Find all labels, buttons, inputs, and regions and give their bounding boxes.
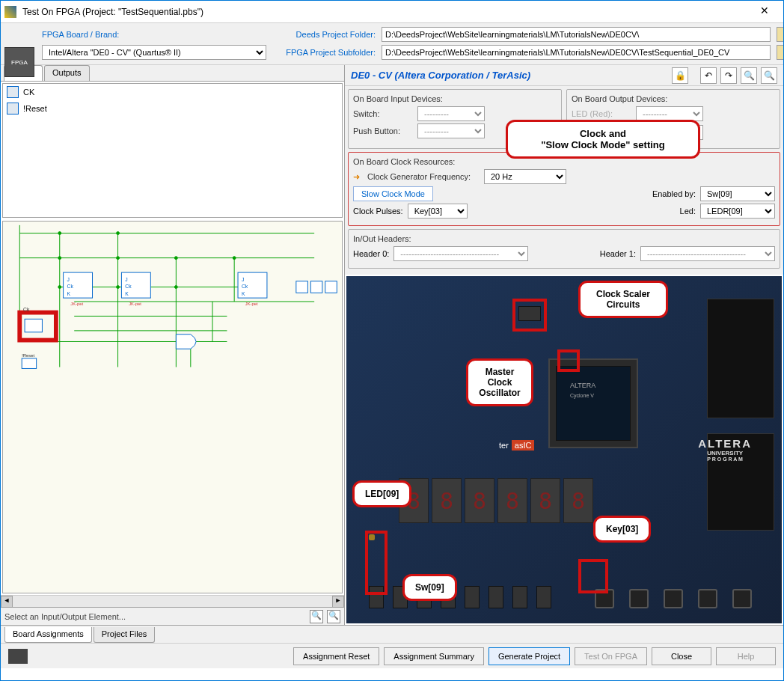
clock-pulses-label: Clock Pulses:	[353, 207, 403, 216]
enabled-by-label: Enabled by:	[652, 189, 696, 198]
header0-label: Header 0:	[353, 249, 389, 258]
terasic-logo: terasIC	[496, 441, 534, 450]
signal-ck[interactable]: CK	[3, 84, 342, 100]
svg-point-8	[174, 286, 177, 289]
switch	[465, 586, 480, 608]
board-title: DE0 - CV (Altera Corporation / TerAsic)	[351, 70, 668, 81]
seg-digit: 8	[563, 478, 593, 523]
key-button	[732, 589, 752, 608]
status-hint: Select an Input/Output Element...	[4, 612, 306, 621]
led-label: LED (Red):	[572, 109, 631, 118]
fpga-chip: ALTERA Cyclone V	[548, 358, 638, 448]
svg-text:J: J	[67, 277, 69, 282]
folder-icon[interactable]	[777, 27, 784, 42]
top-toolbar: FPGA FPGA Board / Brand: Deeds Project F…	[1, 23, 783, 65]
zoom-out-board-icon[interactable]: 🔍	[761, 67, 777, 84]
svg-point-4	[174, 257, 177, 260]
svg-text:Ck: Ck	[125, 284, 132, 289]
open-folder-icon[interactable]	[777, 45, 784, 60]
zoom-out-icon[interactable]: 🔍	[327, 610, 340, 623]
tab-board-assignments[interactable]: Board Assignments	[4, 627, 92, 643]
svg-text:K: K	[242, 291, 245, 296]
key-button	[629, 589, 649, 608]
zoom-in-icon[interactable]: 🔍	[310, 610, 323, 623]
io-headers-fieldset: In/Out Headers: Header 0: --------------…	[348, 229, 780, 269]
io-tabs: Inputs Outputs	[1, 65, 344, 82]
tab-project-files[interactable]: Project Files	[94, 627, 156, 643]
tab-outputs[interactable]: Outputs	[44, 65, 90, 81]
svg-rect-30	[22, 358, 36, 369]
zoom-in-board-icon[interactable]: 🔍	[741, 67, 757, 84]
svg-point-2	[58, 257, 61, 260]
highlight-led-sw	[365, 531, 388, 595]
close-icon[interactable]: ✕	[750, 4, 780, 19]
fpga-logo: FPGA	[4, 47, 34, 77]
close-button[interactable]: Close	[652, 647, 711, 665]
key-button	[698, 589, 717, 608]
clock-gen-select[interactable]: 20 Hz	[484, 169, 566, 184]
slow-clock-button[interactable]: Slow Clock Mode	[353, 186, 433, 201]
svg-point-6	[58, 286, 61, 289]
generate-project-button[interactable]: Generate Project	[489, 647, 570, 665]
switches-row	[369, 586, 551, 608]
svg-text:Ck: Ck	[242, 284, 248, 289]
header0-select[interactable]: ------------------------------------	[393, 246, 528, 261]
callout-sw09: Sw[09]	[402, 574, 457, 601]
key-button	[664, 589, 683, 608]
svg-text:!Reset: !Reset	[22, 353, 34, 358]
board-brand-select[interactable]: Intel/Altera "DE0 - CV" (Quartus® II)	[42, 45, 266, 60]
push-button-select[interactable]: ---------	[417, 123, 485, 138]
signal-reset[interactable]: !Reset	[3, 100, 342, 117]
window-title: Test On FPGA (Project: "TestSequential.p…	[22, 7, 750, 17]
scroll-right-icon[interactable]: ►	[332, 596, 344, 608]
undo-icon[interactable]: ↶	[700, 67, 717, 84]
scroll-left-icon[interactable]: ◄	[1, 596, 13, 608]
callout-oscillator: Master Clock Oscillator	[466, 358, 533, 406]
redo-icon[interactable]: ↷	[720, 67, 737, 84]
assignment-summary-button[interactable]: Assignment Summary	[384, 647, 484, 665]
app-icon	[4, 6, 16, 18]
enabled-by-select[interactable]: Sw[09]	[700, 186, 775, 201]
signals-list[interactable]: CK !Reset	[2, 83, 343, 218]
altera-logo: ALTERA UNIVERSITY P R O G R A M	[698, 437, 752, 462]
project-folder-input[interactable]	[382, 27, 771, 42]
clock-icon	[7, 86, 19, 98]
svg-text:J: J	[242, 277, 244, 282]
svg-text:JK-pet: JK-pet	[70, 302, 83, 306]
board-image[interactable]: ALTERA Cyclone V terasIC ALTERA UNIVERSI…	[346, 276, 782, 623]
schematic-scrollbar[interactable]: ◄ ►	[1, 595, 344, 607]
clock-pulses-select[interactable]: Key[03]	[408, 204, 468, 219]
assignment-reset-button[interactable]: Assignment Reset	[293, 647, 379, 665]
seg-digit: 8	[432, 478, 462, 523]
schematic-area[interactable]: J K Ck JK-pet J K Ck JK-pet J K Ck JK-pe…	[2, 221, 343, 593]
header1-select[interactable]: ------------------------------------	[640, 246, 775, 261]
callout-key03: Key[03]	[593, 516, 651, 543]
arrow-icon: ➜	[353, 172, 360, 182]
top-labels: FPGA Board / Brand: Deeds Project Folder…	[42, 26, 784, 61]
bottom-tabs: Board Assignments Project Files	[1, 625, 783, 643]
right-pane: DE0 - CV (Altera Corporation / TerAsic) …	[345, 65, 783, 625]
switch	[512, 586, 527, 608]
clock-gen-label: Clock Generator Frequency:	[367, 172, 480, 181]
svg-text:JK-pet: JK-pet	[245, 302, 258, 306]
lock-icon[interactable]: 🔒	[672, 67, 688, 84]
board-header: DE0 - CV (Altera Corporation / TerAsic) …	[345, 65, 783, 86]
main-body: Inputs Outputs CK !Reset	[1, 65, 783, 625]
svg-text:K: K	[125, 291, 129, 296]
test-on-fpga-button: Test On FPGA	[575, 647, 647, 665]
led-out-select[interactable]: LEDR[09]	[700, 204, 775, 219]
io-headers-title: In/Out Headers:	[353, 234, 775, 243]
gpio-header-0	[707, 299, 774, 418]
scroll-track[interactable]	[13, 596, 332, 607]
help-button[interactable]: Help	[716, 647, 776, 665]
switch-select[interactable]: ---------	[417, 106, 485, 121]
signal-reset-label: !Reset	[23, 104, 47, 113]
svg-rect-28	[25, 319, 42, 332]
svg-point-7	[117, 286, 120, 289]
button-bar: Assignment Reset Assignment Summary Gene…	[1, 643, 783, 668]
switch	[489, 586, 503, 608]
project-subfolder-input[interactable]	[382, 45, 771, 60]
reset-icon	[7, 103, 19, 114]
left-status-row: Select an Input/Output Element... 🔍 🔍	[1, 607, 344, 625]
highlight-oscillator	[512, 299, 547, 332]
